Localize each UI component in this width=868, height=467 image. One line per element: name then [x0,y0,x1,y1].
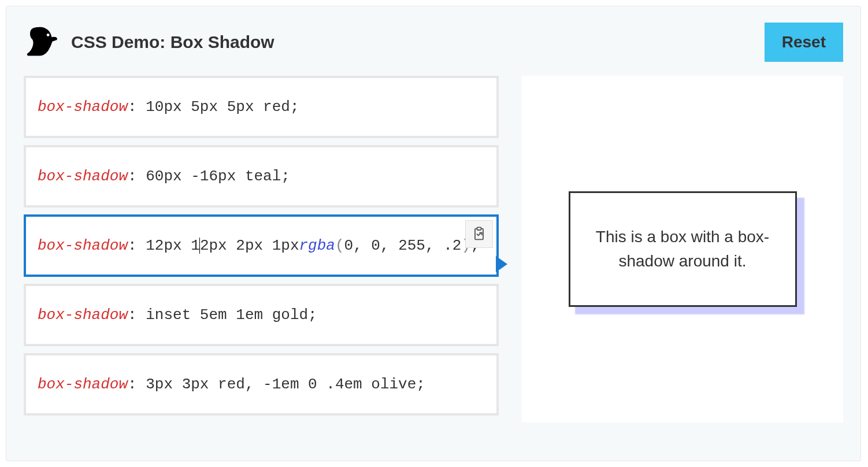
code-option-4[interactable]: box-shadow: inset 5em 1em gold; [24,284,499,346]
code-options-column: box-shadow: 10px 5px 5px red; box-shadow… [24,76,499,422]
css-value: 3px 3px red, -1em 0 .4em olive [146,376,416,393]
title-group: CSS Demo: Box Shadow [24,24,275,60]
main-area: box-shadow: 10px 5px 5px red; box-shadow… [24,76,843,422]
page-title: CSS Demo: Box Shadow [71,32,275,52]
demo-container: CSS Demo: Box Shadow Reset box-shadow: 1… [6,6,861,461]
css-value-prefix: 12px 12px 2px 1px [146,237,299,254]
dino-logo-icon [24,24,60,60]
svg-rect-1 [477,227,481,230]
css-value: 60px -16px teal [146,168,281,185]
text-caret [199,238,200,254]
css-function: rgba [299,237,335,254]
css-value: 10px 5px 5px red [146,98,290,116]
reset-button[interactable]: Reset [765,23,843,62]
selected-arrow-icon [495,256,508,275]
css-property: box-shadow [38,376,128,393]
code-option-1[interactable]: box-shadow: 10px 5px 5px red; [24,76,499,138]
code-option-5[interactable]: box-shadow: 3px 3px red, -1em 0 .4em oli… [24,353,499,416]
css-property: box-shadow [38,98,128,116]
clipboard-icon[interactable] [465,220,493,248]
preview-text: This is a box with a box-shadow around i… [582,225,784,273]
preview-box: This is a box with a box-shadow around i… [569,191,797,307]
css-value: inset 5em 1em gold [146,306,308,324]
css-function-args: 0, 0, 255, .2 [344,237,462,254]
css-property: box-shadow [38,306,128,324]
css-property: box-shadow [38,237,128,254]
preview-pane: This is a box with a box-shadow around i… [522,76,843,422]
header-row: CSS Demo: Box Shadow Reset [24,23,843,62]
code-option-2[interactable]: box-shadow: 60px -16px teal; [24,145,499,207]
css-property: box-shadow [38,168,128,185]
code-option-3[interactable]: box-shadow: 12px 12px 2px 1px rgba(0, 0,… [24,214,499,277]
